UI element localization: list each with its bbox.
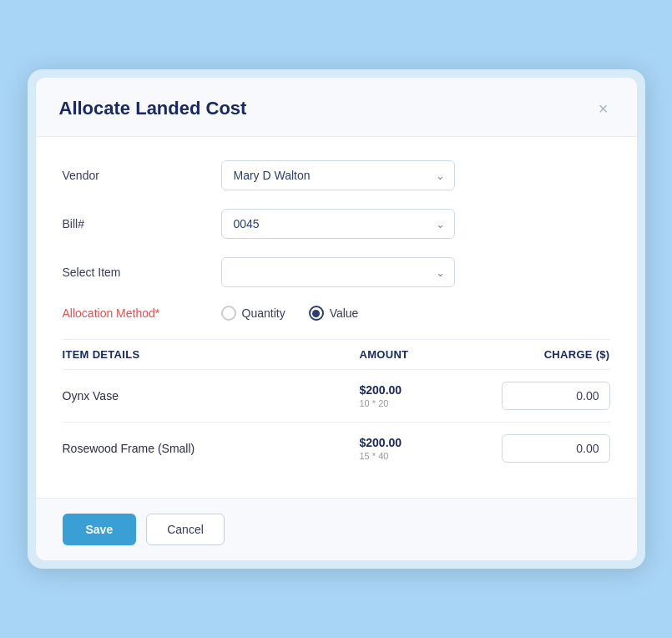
allocation-label: Allocation Method*	[63, 306, 221, 320]
amount-main-1: $200.00	[360, 383, 477, 397]
item-details-table: ITEM DETAILS AMOUNT CHARGE ($) Oynx Vase…	[63, 339, 610, 474]
select-item-label: Select Item	[63, 266, 221, 279]
save-button[interactable]: Save	[63, 514, 137, 545]
close-button[interactable]: ×	[594, 99, 614, 119]
charge-input-2[interactable]	[502, 434, 610, 463]
amount-sub-2: 15 * 40	[360, 451, 477, 461]
bill-select-wrapper: 0045 0046 0047 ⌄	[221, 209, 455, 239]
modal-outer: Allocate Landed Cost × Vendor Mary D Wal…	[28, 69, 645, 569]
modal-footer: Save Cancel	[36, 498, 637, 560]
table-row: Rosewood Frame (Small) $200.00 15 * 40	[63, 422, 610, 474]
bill-control: 0045 0046 0047 ⌄	[221, 209, 610, 239]
amount-sub-1: 10 * 20	[360, 398, 477, 408]
modal-dialog: Allocate Landed Cost × Vendor Mary D Wal…	[36, 78, 637, 560]
charge-input-1[interactable]	[502, 382, 610, 410]
item-name-1: Oynx Vase	[63, 389, 360, 403]
charge-input-wrap-2	[477, 434, 610, 463]
vendor-control: Mary D Walton John Smith Alice Brown ⌄	[221, 160, 610, 190]
item-name-2: Rosewood Frame (Small)	[63, 442, 360, 455]
allocation-radio-group: Quantity Value	[221, 306, 610, 321]
cancel-button[interactable]: Cancel	[146, 514, 225, 545]
modal-body: Vendor Mary D Walton John Smith Alice Br…	[36, 137, 637, 491]
item-select[interactable]	[221, 257, 455, 287]
amount-block-1: $200.00 10 * 20	[360, 383, 477, 408]
col-item-header: ITEM DETAILS	[63, 348, 360, 361]
bill-label: Bill#	[63, 217, 221, 230]
vendor-select-wrapper: Mary D Walton John Smith Alice Brown ⌄	[221, 160, 455, 190]
bill-select[interactable]: 0045 0046 0047	[221, 209, 455, 239]
modal-header: Allocate Landed Cost ×	[36, 78, 637, 137]
radio-quantity-label[interactable]: Quantity	[221, 306, 285, 321]
select-item-control: ⌄	[221, 257, 610, 287]
radio-value-input[interactable]	[309, 306, 324, 321]
amount-main-2: $200.00	[360, 436, 477, 449]
radio-quantity-text: Quantity	[242, 306, 285, 320]
vendor-select[interactable]: Mary D Walton John Smith Alice Brown	[221, 160, 455, 190]
amount-block-2: $200.00 15 * 40	[360, 436, 477, 461]
table-header: ITEM DETAILS AMOUNT CHARGE ($)	[63, 339, 610, 369]
vendor-row: Vendor Mary D Walton John Smith Alice Br…	[63, 160, 610, 190]
table-row: Oynx Vase $200.00 10 * 20	[63, 369, 610, 422]
modal-title: Allocate Landed Cost	[59, 98, 247, 119]
select-item-wrapper: ⌄	[221, 257, 455, 287]
vendor-label: Vendor	[63, 169, 221, 182]
radio-value-label[interactable]: Value	[309, 306, 359, 321]
col-amount-header: AMOUNT	[360, 348, 477, 361]
col-charge-header: CHARGE ($)	[477, 348, 610, 361]
radio-quantity-input[interactable]	[221, 306, 236, 321]
radio-value-text: Value	[330, 306, 359, 320]
bill-row: Bill# 0045 0046 0047 ⌄	[63, 209, 610, 239]
charge-input-wrap-1	[477, 382, 610, 410]
select-item-row: Select Item ⌄	[63, 257, 610, 287]
allocation-method-row: Allocation Method* Quantity Value	[63, 306, 610, 321]
